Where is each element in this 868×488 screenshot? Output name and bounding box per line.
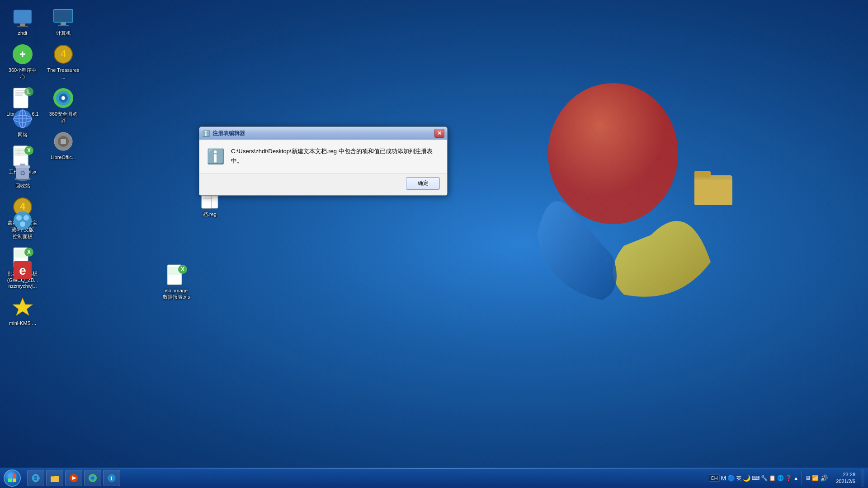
system-tray: CH M 🔵 英 🌙 ⌨ 🔧 📋 🌐 ❓ ▲ 🖥 📶 🔊: [706, 468, 830, 488]
svg-marker-62: [13, 298, 33, 315]
dialog-ok-button[interactable]: 确定: [406, 177, 440, 190]
dialog-footer: 确定: [199, 173, 447, 195]
start-button[interactable]: [0, 468, 24, 488]
show-desktop-button[interactable]: [861, 469, 864, 487]
svg-text:X: X: [181, 266, 184, 272]
svg-rect-72: [8, 474, 12, 478]
desktop-icon-nzzmychwj[interactable]: e nzzmychwj...: [5, 258, 41, 291]
win7-logo: ✦: [461, 45, 732, 316]
taskbar-media-button[interactable]: [65, 470, 82, 486]
tray-icon-m[interactable]: M: [721, 474, 726, 482]
start-orb: [4, 469, 21, 487]
desktop-icon-libreoffice2[interactable]: LibreOffic...: [45, 129, 81, 162]
treasures-label: The Treasures ...: [47, 67, 80, 80]
svg-rect-74: [8, 479, 12, 482]
taskbar: i CH M 🔵 英 🌙 ⌨ 🔧 📋 🌐 ❓ ▲ 🖥 📶 🔊: [0, 468, 868, 488]
svg-rect-5: [14, 10, 32, 23]
dialog-title-icon: ℹ️: [202, 130, 210, 137]
libreoffice2-icon: [52, 131, 74, 152]
svg-point-54: [24, 215, 29, 221]
svg-rect-19: [61, 23, 66, 25]
system-clock[interactable]: 23:28 2021/2/6: [832, 471, 859, 485]
registry-editor-dialog: ℹ️ 注册表编辑器 ✕ ℹ️ C:\Users\zhdt\Desktop\新建文…: [199, 127, 448, 196]
svg-rect-47: [20, 164, 25, 166]
tray-icon-lang-en[interactable]: 英: [736, 475, 741, 482]
isoxls-label: iso_image数据报表.xls: [163, 287, 190, 300]
desktop-icon-computer[interactable]: 计算机: [45, 5, 81, 38]
svg-point-0: [548, 83, 678, 224]
svg-rect-2: [694, 180, 732, 205]
desktop-icon-360browser[interactable]: 360安全浏览器: [45, 85, 81, 126]
svg-rect-73: [13, 474, 16, 478]
svg-text:+: +: [19, 48, 26, 60]
360app-icon: +: [12, 43, 33, 65]
treasures-icon: 4: [52, 43, 74, 65]
dialog-title-left: ℹ️ 注册表编辑器: [202, 130, 245, 137]
clock-date: 2021/2/6: [836, 478, 855, 485]
dialog-message: C:\Users\zhdt\Desktop\新建文本文档.reg 中包含的项和值…: [231, 147, 440, 166]
svg-rect-81: [51, 477, 59, 482]
taskbar-right: CH M 🔵 英 🌙 ⌨ 🔧 📋 🌐 ❓ ▲ 🖥 📶 🔊 23:28 2021/…: [702, 468, 868, 488]
svg-text:L: L: [27, 89, 30, 95]
tray-icon-network2[interactable]: 🌐: [777, 475, 784, 481]
taskbar-360browser-button[interactable]: [84, 470, 101, 486]
lang-indicator[interactable]: CH: [709, 474, 720, 482]
desktop-icon-360app[interactable]: + 360小程序中心: [5, 42, 41, 82]
dialog-close-button[interactable]: ✕: [434, 129, 444, 138]
tray-icon-volume[interactable]: 🔊: [820, 474, 828, 482]
desktop-icon-zhdt[interactable]: zhdt: [5, 5, 41, 38]
desktop-icon-controlpanel[interactable]: 控制面板: [5, 208, 41, 241]
taskbar-items: i: [24, 468, 702, 488]
network-icon: [12, 108, 33, 130]
dialog-body: ℹ️ C:\Users\zhdt\Desktop\新建文本文档.reg 中包含的…: [199, 140, 447, 173]
desktop-icon-isoxls[interactable]: X iso_image数据报表.xls: [158, 262, 194, 302]
svg-text:i: i: [111, 475, 112, 481]
computer-label: 计算机: [56, 30, 71, 36]
tray-icon-network3[interactable]: 📶: [812, 475, 819, 481]
svg-point-27: [61, 96, 65, 100]
svg-text:e: e: [19, 263, 26, 277]
svg-text:X: X: [27, 249, 31, 255]
svg-rect-30: [61, 139, 66, 144]
svg-text:4: 4: [61, 48, 66, 59]
taskbar-info-button[interactable]: i: [103, 470, 120, 486]
svg-point-53: [16, 215, 22, 221]
dialog-title-text: 注册表编辑器: [212, 130, 245, 137]
zhdt-icon: [12, 6, 33, 28]
desktop-icon-network[interactable]: 网络: [5, 106, 41, 140]
svg-text:♻: ♻: [20, 169, 26, 177]
desktop-icon-recycle[interactable]: ♻ 回收站: [5, 157, 41, 191]
taskbar-explorer-button[interactable]: [46, 470, 63, 486]
tray-icon-antivirus[interactable]: 🔵: [727, 474, 735, 482]
svg-point-55: [20, 221, 25, 227]
tray-icon-keyboard[interactable]: ⌨: [752, 475, 760, 481]
360browser-label: 360安全浏览器: [47, 111, 80, 124]
svg-point-86: [91, 477, 94, 479]
recycle-icon: ♻: [12, 159, 33, 181]
controlpanel-label: 控制面板: [13, 233, 33, 239]
360browser-icon: [52, 87, 74, 109]
svg-rect-3: [694, 171, 711, 177]
svg-rect-18: [54, 10, 72, 22]
tray-icon-moon[interactable]: 🌙: [743, 474, 750, 482]
dialog-titlebar: ℹ️ 注册表编辑器 ✕: [199, 127, 447, 140]
tray-icon-monitor[interactable]: 🖥: [805, 475, 811, 481]
svg-rect-20: [58, 25, 69, 26]
desktop-icon-minikms[interactable]: mini-KMS ...: [5, 295, 41, 328]
taskbar-ie-button[interactable]: [27, 470, 44, 486]
zhdt-label: zhdt: [18, 30, 28, 36]
tray-icon-settings[interactable]: 🔧: [761, 475, 768, 481]
dialog-info-icon: ℹ️: [207, 148, 225, 165]
tray-separator: [802, 471, 802, 485]
clock-time: 23:28: [843, 471, 855, 478]
libreoffice2-label: LibreOffic...: [51, 154, 76, 160]
desktop-icon-treasures[interactable]: 4 The Treasures ...: [45, 42, 81, 82]
reg-file-label: 档.reg: [203, 211, 217, 217]
tray-icon-help[interactable]: ❓: [785, 475, 792, 481]
tray-expand[interactable]: ▲: [793, 475, 798, 481]
tray-icon-clipboard[interactable]: 📋: [769, 475, 776, 481]
computer-icon: [52, 6, 74, 28]
svg-text:X: X: [27, 147, 31, 154]
nzzmychwj-label: nzzmychwj...: [9, 283, 37, 289]
isoxls-icon: X: [165, 264, 187, 286]
